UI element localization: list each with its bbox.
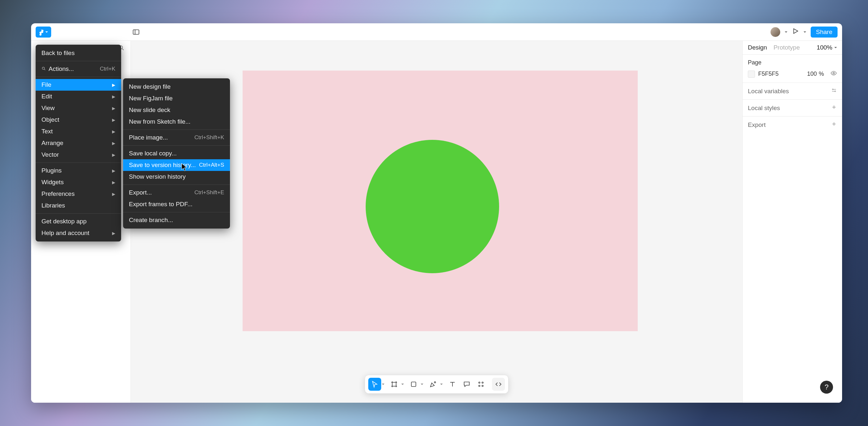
menu-item-label: Save local copy...: [129, 150, 177, 157]
chevron-right-icon: ▶: [112, 180, 115, 185]
chevron-down-icon[interactable]: [401, 384, 404, 385]
menu-arrange[interactable]: Arrange▶: [36, 137, 121, 149]
submenu-create-branch[interactable]: Create branch...: [123, 214, 230, 226]
submenu-export-frames[interactable]: Export frames to PDF...: [123, 198, 230, 210]
menu-actions[interactable]: Actions... Ctrl+K: [36, 63, 121, 75]
tab-design[interactable]: Design: [748, 44, 767, 51]
menu-preferences[interactable]: Preferences▶: [36, 188, 121, 200]
export-row[interactable]: Export: [743, 117, 842, 133]
figma-logo-icon: [39, 29, 44, 36]
menu-shortcut: Ctrl+Shift+E: [194, 189, 224, 196]
menu-item-label: Arrange: [41, 139, 63, 146]
plus-icon: [831, 104, 837, 112]
plus-icon: [831, 121, 837, 129]
user-avatar[interactable]: [771, 27, 780, 37]
mouse-cursor: [181, 163, 187, 171]
help-button[interactable]: ?: [820, 381, 833, 394]
menu-plugins[interactable]: Plugins▶: [36, 165, 121, 176]
tool-move[interactable]: [368, 378, 381, 391]
svg-rect-1: [133, 30, 139, 34]
main-menu-button[interactable]: [36, 27, 51, 38]
svg-point-7: [832, 89, 833, 90]
chevron-right-icon: ▶: [112, 106, 115, 111]
tool-comment[interactable]: [460, 378, 473, 391]
submenu-save-local[interactable]: Save local copy...: [123, 148, 230, 159]
menu-edit[interactable]: Edit▶: [36, 91, 121, 102]
page-color-swatch[interactable]: [748, 71, 755, 78]
menu-file[interactable]: File▶: [36, 79, 121, 91]
chevron-right-icon: ▶: [112, 231, 115, 236]
svg-rect-21: [411, 382, 416, 387]
menu-item-label: Widgets: [41, 179, 64, 186]
present-button[interactable]: [792, 28, 799, 37]
tool-frame[interactable]: [388, 378, 401, 391]
menu-shortcut: Ctrl+K: [100, 66, 115, 72]
chevron-down-icon[interactable]: [421, 384, 423, 385]
chevron-down-icon: [834, 47, 837, 48]
page-label: Page: [748, 59, 837, 66]
svg-point-28: [482, 385, 483, 387]
tool-actions[interactable]: [474, 378, 488, 391]
chevron-down-icon[interactable]: [382, 384, 384, 385]
submenu-new-slide[interactable]: New slide deck: [123, 104, 230, 116]
share-button[interactable]: Share: [811, 27, 838, 38]
menu-item-label: New slide deck: [129, 106, 170, 113]
tool-dev-mode[interactable]: [492, 378, 505, 391]
local-styles-row[interactable]: Local styles: [743, 100, 842, 117]
chevron-right-icon: ▶: [112, 168, 115, 173]
menu-libraries[interactable]: Libraries: [36, 200, 121, 211]
menu-help[interactable]: Help and account▶: [36, 227, 121, 239]
chevron-right-icon: ▶: [112, 192, 115, 196]
tab-prototype[interactable]: Prototype: [773, 44, 800, 51]
menu-item-label: Text: [41, 128, 53, 135]
menu-item-label: Export...: [129, 189, 152, 196]
tool-shape[interactable]: [407, 378, 420, 391]
rectangle-icon: [410, 380, 417, 388]
menu-widgets[interactable]: Widgets▶: [36, 176, 121, 188]
search-icon: [41, 65, 46, 72]
submenu-export[interactable]: Export... Ctrl+Shift+E: [123, 187, 230, 198]
menu-item-label: Export frames to PDF...: [129, 201, 192, 208]
menu-item-label: Libraries: [41, 202, 65, 209]
menu-item-label: Create branch...: [129, 217, 173, 224]
svg-marker-3: [794, 29, 798, 33]
menu-text[interactable]: Text▶: [36, 126, 121, 137]
submenu-show-version[interactable]: Show version history: [123, 171, 230, 183]
tool-pen[interactable]: [427, 378, 439, 391]
page-color-row: 100 %: [748, 70, 837, 78]
submenu-save-version[interactable]: Save to version history... Ctrl+Alt+S: [123, 159, 230, 171]
menu-separator: [36, 77, 121, 77]
submenu-new-sketch[interactable]: New from Sketch file...: [123, 116, 230, 128]
menu-object[interactable]: Object▶: [36, 114, 121, 126]
tool-text[interactable]: [446, 378, 459, 391]
svg-point-25: [479, 382, 480, 383]
local-variables-label: Local variables: [748, 88, 789, 95]
panels-icon: [132, 28, 140, 36]
menu-shortcut: Ctrl+Alt+S: [199, 162, 224, 168]
ellipse-green[interactable]: [366, 140, 499, 273]
page-opacity[interactable]: 100 %: [807, 71, 824, 77]
pen-icon: [429, 380, 437, 388]
svg-point-9: [835, 91, 836, 92]
local-variables-row[interactable]: Local variables: [743, 83, 842, 100]
menu-item-label: Vector: [41, 151, 59, 158]
menu-get-desktop[interactable]: Get desktop app: [36, 216, 121, 227]
local-styles-label: Local styles: [748, 104, 780, 112]
menu-back-to-files[interactable]: Back to files: [36, 47, 121, 59]
submenu-new-figjam[interactable]: New FigJam file: [123, 93, 230, 104]
svg-line-16: [44, 69, 45, 70]
menu-separator: [123, 129, 230, 130]
menu-separator: [123, 145, 230, 146]
visibility-toggle[interactable]: [831, 70, 837, 78]
menu-view[interactable]: View▶: [36, 102, 121, 114]
toggle-panels-button[interactable]: [131, 28, 141, 37]
submenu-new-design[interactable]: New design file: [123, 81, 230, 93]
menu-item-label: New FigJam file: [129, 95, 173, 102]
chevron-down-icon[interactable]: [440, 384, 443, 385]
frame-pink[interactable]: [243, 71, 638, 331]
svg-point-15: [42, 67, 44, 69]
page-color-input[interactable]: [758, 71, 787, 77]
menu-vector[interactable]: Vector▶: [36, 149, 121, 161]
submenu-place-image[interactable]: Place image... Ctrl+Shift+K: [123, 132, 230, 143]
zoom-control[interactable]: 100%: [816, 44, 837, 51]
